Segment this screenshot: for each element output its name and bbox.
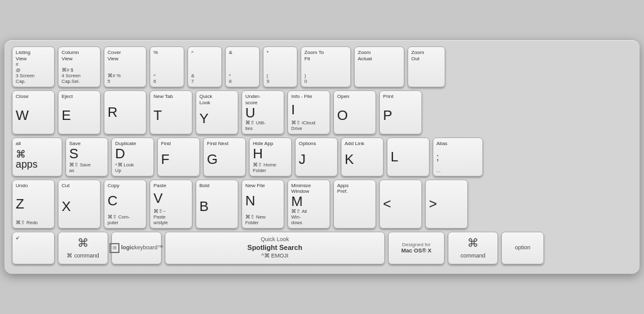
- key-zoom-out[interactable]: ZoomOut: [408, 46, 445, 87]
- key-top-label: Under-score: [245, 94, 280, 106]
- space-label-2: Spotlight Search: [247, 244, 302, 252]
- key-bottom-label: ⌘⇧ Utili-ties: [245, 120, 280, 131]
- key-s-save[interactable]: Save S ⌘⇧ Saveas: [65, 138, 108, 176]
- asdf-row: all ⌘apps Save S ⌘⇧ Saveas Duplicate D ^…: [12, 138, 632, 176]
- key-letter: Y: [199, 112, 209, 126]
- key-top-label: &: [229, 50, 256, 56]
- designed-for-label: Designed for: [401, 242, 431, 248]
- key-zoom-actual[interactable]: ZoomActual: [354, 46, 404, 87]
- key-bottom-label: #@3 ScreenCap.: [16, 62, 51, 84]
- key-top-label: Info - File: [291, 94, 326, 100]
- key-b-bold[interactable]: Bold B: [196, 180, 238, 229]
- key-caret[interactable]: ^ &7: [187, 46, 222, 87]
- key-a[interactable]: all ⌘apps: [12, 138, 62, 176]
- key-l[interactable]: L: [387, 138, 430, 176]
- key-x-cut[interactable]: Cut X: [58, 180, 101, 229]
- key-i-info-file[interactable]: Info - File I ⌘⇧ iCloudDrive: [287, 90, 330, 134]
- key-top-label: Cut: [62, 183, 97, 189]
- key-letter: E: [62, 109, 71, 122]
- key-y-quick-look[interactable]: QuickLook Y: [196, 90, 238, 134]
- key-f-find[interactable]: Find F: [157, 138, 200, 176]
- key-bottom-label: ^⌘ LookUp: [115, 162, 150, 173]
- key-letter: U: [245, 106, 255, 120]
- key-top-label: ColumnView: [62, 50, 97, 62]
- key-top-label: all: [16, 141, 58, 147]
- spacebar-content: Quick Look Spotlight Search ^⌘ EMOJI: [169, 235, 381, 261]
- key-top-label: AppsPref.: [337, 183, 372, 195]
- key-top-label: ZoomOut: [411, 50, 441, 62]
- key-cover-view[interactable]: CoverView ⌘# %5: [104, 46, 147, 87]
- key-v-paste[interactable]: Paste V ⌘⇧~Pastew/style: [150, 180, 192, 229]
- key-column-view[interactable]: ColumnView ⌘# $4 ScreenCap.Sel.: [58, 46, 101, 87]
- key-option-right[interactable]: option: [501, 232, 544, 264]
- key-option-left[interactable]: ↙: [12, 232, 55, 264]
- key-top-label: Eject: [62, 94, 97, 100]
- key-letter: J: [299, 153, 306, 166]
- key-ampersand[interactable]: & *8: [225, 46, 260, 87]
- key-zoom-to-fit[interactable]: Zoom ToFit )0: [301, 46, 351, 87]
- mac-os-label: Mac OS® X: [401, 247, 431, 254]
- key-bottom-label: )0: [304, 73, 347, 84]
- key-bottom-label: &7: [191, 73, 218, 84]
- key-bottom-label: ^6: [153, 73, 180, 84]
- key-e[interactable]: Eject E: [58, 90, 101, 134]
- key-letter: ⌘apps: [16, 149, 38, 170]
- cmd-symbol-right: ⌘: [467, 237, 479, 251]
- key-d-duplicate[interactable]: Duplicate D ^⌘ LookUp: [111, 138, 154, 176]
- key-z-undo[interactable]: Undo Z ⌘⇧ Redo: [12, 180, 55, 229]
- key-m-minimize[interactable]: MinimizeWindow M ⌘⇧ AllWin-dows: [287, 180, 330, 229]
- key-bottom-label: (9: [267, 73, 294, 84]
- key-apps-pref[interactable]: AppsPref.: [333, 180, 376, 229]
- key-letter: M: [291, 195, 303, 208]
- key-bottom-label: ⌘⇧ AllWin-dows: [291, 208, 326, 225]
- key-letter: W: [16, 109, 29, 122]
- key-top-label: Print: [383, 94, 418, 100]
- key-top-label: *: [267, 50, 294, 56]
- key-p[interactable]: Print P: [379, 90, 422, 134]
- key-bottom-label: ⌘⇧ iCloudDrive: [291, 120, 326, 131]
- key-top-label: Find Next: [207, 141, 242, 147]
- key-c-copy[interactable]: Copy C ⌘⇧ Com-puter: [104, 180, 147, 229]
- key-bottom-label: ⌘⇧ HomeFolder: [253, 162, 288, 173]
- key-top-label: ^: [191, 50, 218, 56]
- key-bottom-label: ⌘⇧ Com-puter: [108, 214, 143, 225]
- key-n-new-file[interactable]: New File N ⌘⇧ NewFolder: [242, 180, 284, 229]
- key-top-label: New Tab: [153, 94, 189, 100]
- key-letter: F: [161, 153, 169, 166]
- key-greater-than[interactable]: >: [425, 180, 468, 229]
- key-top-label: %: [153, 50, 180, 56]
- key-letter: C: [108, 194, 118, 208]
- key-percent[interactable]: % ^6: [150, 46, 184, 87]
- key-h-hide-app[interactable]: Hide App H ⌘⇧ HomeFolder: [249, 138, 292, 176]
- key-r[interactable]: R: [104, 90, 147, 134]
- key-command-right[interactable]: ⌘ command: [448, 232, 498, 264]
- key-letter: T: [153, 109, 162, 122]
- key-w[interactable]: Close W: [12, 90, 55, 134]
- key-less-than[interactable]: <: [379, 180, 422, 229]
- key-letter: K: [345, 153, 354, 166]
- key-g-find-next[interactable]: Find Next G: [203, 138, 246, 176]
- key-star[interactable]: * (9: [263, 46, 297, 87]
- key-t[interactable]: New Tab T: [150, 90, 192, 134]
- key-letter: B: [199, 200, 209, 214]
- key-letter: V: [153, 192, 163, 205]
- key-command-left[interactable]: ⌘ ⌘ command: [58, 232, 108, 264]
- key-spacebar[interactable]: Quick Look Spotlight Search ^⌘ EMOJI: [165, 232, 385, 264]
- key-bottom-label: *8: [229, 73, 256, 84]
- key-alias[interactable]: Alias ; ...: [433, 138, 483, 176]
- key-u[interactable]: Under-score U ⌘⇧ Utili-ties: [242, 90, 284, 134]
- key-o[interactable]: Open O: [333, 90, 376, 134]
- key-k-add-link[interactable]: Add Link K: [341, 138, 384, 176]
- mac-info-content: Designed for Mac OS® X: [401, 242, 431, 254]
- key-top-label: Zoom ToFit: [304, 50, 347, 62]
- key-listing-view[interactable]: ListingView #@3 ScreenCap.: [12, 46, 55, 87]
- key-top-label: ZoomActual: [358, 50, 401, 62]
- key-j-options[interactable]: Options J: [295, 138, 338, 176]
- key-bottom-label: ⌘⇧~Pastew/style: [153, 208, 189, 225]
- space-label-1: Quick Look: [260, 236, 289, 243]
- cmd-label-left: ⌘ command: [67, 252, 99, 259]
- key-top-label: Undo: [16, 183, 51, 189]
- key-top-label: ↙: [16, 235, 51, 241]
- key-letter: H: [253, 147, 263, 161]
- key-letter: X: [62, 200, 71, 214]
